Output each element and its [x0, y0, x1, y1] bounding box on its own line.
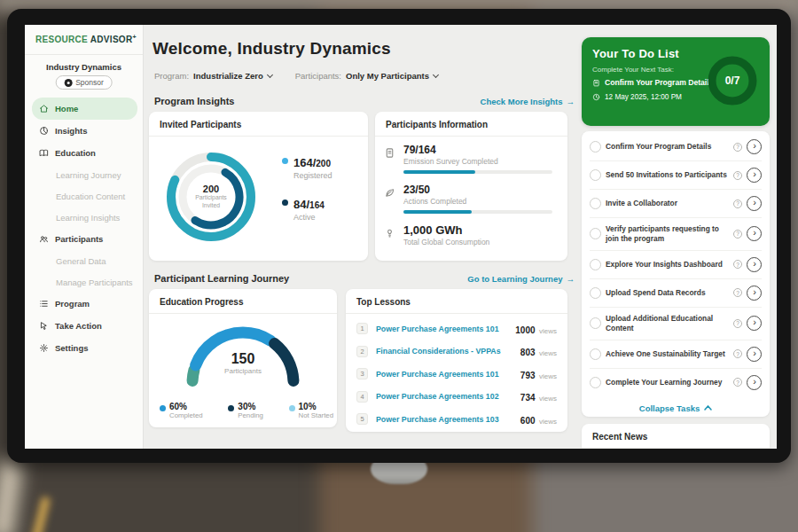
program-selector[interactable]: Program: Industrialize Zero	[154, 71, 272, 81]
help-icon[interactable]: ?	[733, 171, 742, 180]
task-checkbox[interactable]	[590, 348, 601, 360]
check-more-insights-link[interactable]: Check More Insights →	[481, 97, 575, 106]
task-checkbox[interactable]	[590, 287, 601, 299]
sponsor-label: Sponsor	[75, 78, 104, 87]
legend-active: 84/164 Active	[282, 196, 332, 222]
todo-task[interactable]: Explore Your Insights Dashboard ? ›	[590, 251, 762, 279]
legend-dot	[289, 405, 295, 411]
progress-fill	[403, 210, 472, 214]
brand-primary: RESOURCE	[35, 35, 88, 44]
help-icon[interactable]: ?	[733, 288, 742, 297]
invited-participants-card: Invited Participants 200 Participants In…	[149, 112, 368, 261]
lesson-rank: 2	[356, 346, 368, 357]
todo-task[interactable]: Complete Your Learning Journey ? ›	[590, 369, 762, 396]
progress-fill	[403, 170, 475, 174]
lesson-views: 793 views	[520, 366, 557, 382]
go-to-learning-journey-link[interactable]: Go to Learning Journey →	[467, 274, 575, 284]
lesson-views: 734 views	[520, 388, 557, 404]
legend-dot	[282, 158, 288, 164]
task-checkbox[interactable]	[590, 198, 601, 209]
sidebar-item-participants[interactable]: Participants	[32, 228, 137, 250]
leaf-icon	[384, 187, 395, 199]
task-open-button[interactable]: ›	[747, 347, 762, 362]
task-checkbox[interactable]	[590, 377, 601, 388]
lesson-link[interactable]: Power Purchase Agreements 101	[376, 325, 507, 333]
task-checkbox[interactable]	[590, 317, 601, 329]
divider	[25, 54, 143, 55]
survey-icon	[384, 147, 395, 159]
people-icon	[39, 234, 49, 244]
help-icon[interactable]: ?	[733, 143, 742, 152]
insights-pie-icon	[39, 126, 49, 136]
sidebar-item-manage-participants[interactable]: Manage Participants	[32, 271, 137, 293]
task-open-button[interactable]: ›	[747, 226, 762, 241]
sidebar-item-education-content[interactable]: Education Content	[32, 185, 137, 207]
lesson-views: 803 views	[520, 343, 557, 359]
sidebar-item-settings[interactable]: Settings	[32, 337, 137, 359]
legend-not-started: 10%Not Started	[289, 402, 333, 419]
metric-emission-survey: 79/164 Emission Survey Completed	[384, 144, 557, 174]
task-checkbox[interactable]	[590, 141, 601, 153]
sidebar: RESOURCE ADVISOR+ Industry Dynamics Spon…	[25, 25, 144, 449]
progress-track	[403, 170, 552, 174]
lesson-link[interactable]: Power Purchase Agreements 103	[376, 415, 512, 424]
todo-task[interactable]: Upload Additional Educational Content ? …	[590, 308, 762, 340]
todo-title: Your To Do List	[592, 47, 679, 60]
help-icon[interactable]: ?	[733, 378, 742, 387]
lesson-rank: 5	[356, 413, 368, 425]
todo-task[interactable]: Invite a Collaborator ? ›	[590, 190, 762, 218]
lesson-row: 1 Power Purchase Agreements 101 1000 vie…	[356, 317, 557, 340]
book-icon	[39, 148, 49, 158]
todo-task[interactable]: Achieve One Sustainability Target ? ›	[590, 340, 762, 369]
todo-task[interactable]: Confirm Your Program Details ? ›	[590, 133, 762, 161]
help-icon[interactable]: ?	[733, 319, 742, 328]
lesson-rank: 4	[356, 391, 368, 403]
sidebar-item-program[interactable]: Program	[32, 293, 137, 315]
lesson-rank: 3	[356, 368, 368, 379]
help-icon[interactable]: ?	[733, 230, 742, 239]
sidebar-item-home[interactable]: Home	[32, 98, 137, 120]
lesson-link[interactable]: Financial Considerations - VPPAs	[376, 347, 512, 356]
todo-task[interactable]: Send 50 Invitations to Participants ? ›	[590, 161, 762, 190]
task-open-button[interactable]: ›	[747, 316, 762, 331]
page-title: Welcome, Industry Dynamics	[153, 39, 391, 59]
task-open-button[interactable]: ›	[747, 286, 762, 301]
lesson-link[interactable]: Power Purchase Agreements 102	[376, 392, 512, 401]
top-lessons-card: Top Lessons 1 Power Purchase Agreements …	[346, 289, 567, 432]
task-checkbox[interactable]	[590, 228, 601, 239]
brand-plus: +	[132, 34, 136, 40]
help-icon[interactable]: ?	[733, 200, 742, 208]
help-icon[interactable]: ?	[733, 260, 742, 269]
sidebar-item-education[interactable]: Education	[32, 142, 137, 164]
lightbulb-icon	[384, 227, 395, 239]
sidebar-item-insights[interactable]: Insights	[32, 120, 137, 142]
task-checkbox[interactable]	[590, 259, 601, 270]
sidebar-item-general-data[interactable]: General Data	[32, 250, 137, 271]
task-open-button[interactable]: ›	[747, 139, 762, 154]
task-checkbox[interactable]	[590, 169, 601, 181]
lesson-link[interactable]: Power Purchase Agreements 101	[376, 370, 512, 379]
chevron-up-icon	[704, 405, 712, 411]
collapse-tasks-link[interactable]: Collapse Tasks	[590, 396, 762, 419]
chevron-down-icon	[433, 71, 439, 77]
sidebar-item-learning-journey[interactable]: Learning Journey	[32, 164, 137, 185]
app-window: RESOURCE ADVISOR+ Industry Dynamics Spon…	[25, 25, 777, 449]
lesson-row: 2 Financial Considerations - VPPAs 803 v…	[356, 340, 557, 364]
participants-selector[interactable]: Participants: Only My Participants	[295, 71, 438, 81]
todo-due-date: 12 May 2025, 12:00 PM	[592, 93, 682, 101]
help-icon[interactable]: ?	[733, 349, 742, 358]
task-open-button[interactable]: ›	[747, 196, 762, 211]
task-open-button[interactable]: ›	[747, 168, 762, 183]
clock-icon	[592, 93, 600, 101]
task-open-button[interactable]: ›	[747, 257, 762, 272]
legend-dot	[160, 405, 166, 411]
todo-task[interactable]: Upload Spend Data Records ? ›	[590, 279, 762, 308]
sidebar-item-learning-insights[interactable]: Learning Insights	[32, 207, 137, 228]
todo-task[interactable]: Verify participants requesting to join t…	[590, 218, 762, 251]
sidebar-item-take-action[interactable]: Take Action	[32, 315, 137, 337]
main-content: Welcome, Industry Dynamics Program: Indu…	[144, 25, 582, 449]
list-icon	[39, 299, 49, 309]
arrow-right-icon: →	[567, 97, 575, 106]
task-open-button[interactable]: ›	[747, 375, 762, 390]
legend-dot	[228, 405, 234, 411]
